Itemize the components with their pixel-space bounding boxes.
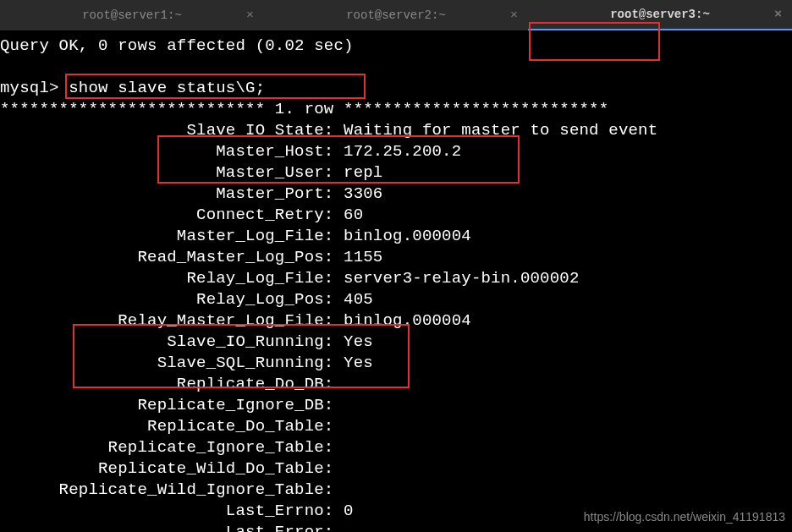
close-icon[interactable]: ×	[246, 8, 254, 23]
close-icon[interactable]: ×	[510, 8, 518, 23]
tab-title: root@server3:~	[528, 8, 792, 21]
tab-server3[interactable]: root@server3:~ ×	[528, 0, 792, 30]
tab-server1[interactable]: root@server1:~ ×	[0, 0, 264, 30]
close-icon[interactable]: ×	[774, 8, 782, 22]
tab-title: root@server2:~	[264, 8, 528, 22]
terminal-output[interactable]: Query OK, 0 rows affected (0.02 sec) mys…	[0, 30, 792, 532]
tab-server2[interactable]: root@server2:~ ×	[264, 0, 528, 30]
tab-bar: root@server1:~ × root@server2:~ × root@s…	[0, 0, 792, 30]
tab-title: root@server1:~	[0, 8, 264, 22]
watermark-text: https://blog.csdn.net/weixin_41191813	[584, 510, 785, 524]
